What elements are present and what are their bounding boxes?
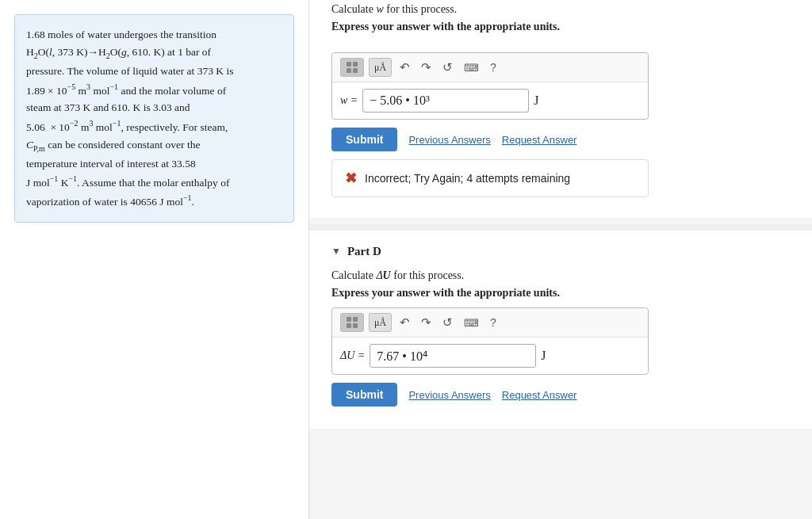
part-d-submit-button[interactable]: Submit (331, 383, 397, 406)
redo-button-c[interactable]: ↷ (418, 59, 435, 76)
right-panel: Calculate w for this process. Express yo… (309, 0, 812, 519)
svg-rect-6 (347, 323, 351, 328)
part-c-input-row: w = J (332, 82, 648, 119)
part-d-input-row: ΔU = J (332, 338, 648, 374)
part-d-label: Part D (347, 245, 381, 258)
error-icon-c: ✖ (345, 170, 357, 187)
part-d-input[interactable] (370, 344, 536, 368)
problem-statement: 1.68 moles of water undergoes the transi… (14, 14, 294, 223)
grid-button-c[interactable] (340, 58, 364, 77)
grid-button-d[interactable] (340, 313, 364, 332)
keyboard-button-d[interactable]: ⌨ (461, 315, 482, 330)
part-d-instruction: Express your answer with the appropriate… (331, 287, 790, 300)
redo-button-d[interactable]: ↷ (418, 314, 435, 331)
part-c-submit-button[interactable]: Submit (331, 128, 397, 151)
part-c-intro: Calculate w for this process. Express yo… (309, 0, 812, 49)
svg-rect-4 (347, 317, 351, 322)
svg-rect-7 (353, 323, 358, 328)
part-d-toolbar: μÅ ↶ ↷ ↺ ⌨ ? (332, 308, 648, 338)
part-c-section: μÅ ↶ ↷ ↺ ⌨ ? w = J Submit Previous Answe… (309, 49, 812, 218)
part-c-input[interactable] (362, 89, 529, 113)
refresh-button-c[interactable]: ↺ (439, 59, 456, 76)
part-d-submit-row: Submit Previous Answers Request Answer (331, 383, 790, 406)
mu-button-d[interactable]: μÅ (369, 313, 392, 332)
keyboard-button-c[interactable]: ⌨ (461, 60, 482, 75)
part-c-toolbar: μÅ ↶ ↷ ↺ ⌨ ? (332, 53, 648, 82)
part-d-section: ▼ Part D Calculate ΔU for this process. … (309, 231, 812, 429)
problem-text: 1.68 moles of water undergoes the transi… (26, 26, 282, 211)
section-divider (309, 224, 812, 231)
undo-button-c[interactable]: ↶ (396, 59, 413, 76)
part-c-previous-answers-button[interactable]: Previous Answers (408, 134, 490, 146)
part-c-error-box: ✖ Incorrect; Try Again; 4 attempts remai… (331, 159, 649, 197)
part-c-eq-label: w = (340, 94, 358, 107)
grid-icon-c (346, 61, 358, 74)
part-d-unit: J (541, 349, 546, 363)
part-c-error-text: Incorrect; Try Again; 4 attempts remaini… (365, 172, 570, 185)
svg-rect-0 (347, 62, 351, 67)
part-d-header: ▼ Part D (331, 245, 790, 258)
undo-button-d[interactable]: ↶ (396, 314, 413, 331)
part-c-instruction-top: Express your answer with the appropriate… (331, 21, 790, 33)
part-c-question-top: Calculate w for this process. (331, 3, 790, 16)
svg-rect-3 (353, 68, 358, 73)
part-d-request-answer-button[interactable]: Request Answer (502, 389, 577, 401)
svg-rect-5 (353, 317, 358, 322)
svg-rect-2 (347, 68, 351, 73)
part-c-request-answer-button[interactable]: Request Answer (502, 134, 577, 146)
part-c-submit-row: Submit Previous Answers Request Answer (331, 128, 790, 151)
help-button-c[interactable]: ? (487, 59, 500, 75)
part-d-eq-label: ΔU = (340, 349, 365, 362)
part-d-arrow[interactable]: ▼ (331, 246, 341, 258)
grid-icon-d (346, 316, 358, 329)
part-c-unit: J (534, 93, 538, 108)
left-panel: 1.68 moles of water undergoes the transi… (0, 0, 309, 519)
refresh-button-d[interactable]: ↺ (439, 314, 456, 331)
part-d-question: Calculate ΔU for this process. (331, 269, 790, 282)
svg-rect-1 (353, 62, 358, 67)
part-d-previous-answers-button[interactable]: Previous Answers (408, 389, 490, 401)
help-button-d[interactable]: ? (487, 315, 500, 330)
part-d-input-area: μÅ ↶ ↷ ↺ ⌨ ? ΔU = J (331, 307, 649, 375)
part-c-input-area: μÅ ↶ ↷ ↺ ⌨ ? w = J (331, 52, 649, 120)
mu-button-c[interactable]: μÅ (369, 58, 392, 77)
